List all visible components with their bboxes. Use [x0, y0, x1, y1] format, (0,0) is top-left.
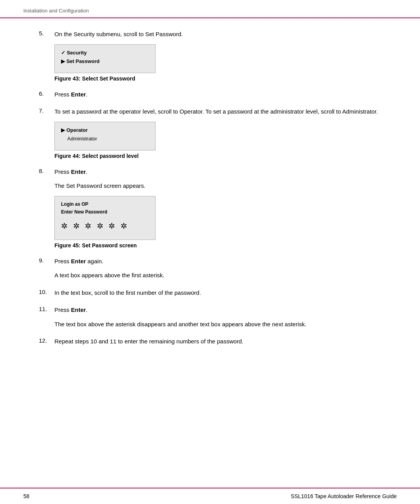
step-9-bold: Enter	[71, 258, 86, 264]
figure-43-caption: Figure 43: Select Set Password	[54, 75, 381, 82]
step-11-subtext: The text box above the asterisk disappea…	[54, 320, 381, 329]
step-12-line: 12. Repeat steps 10 and 11 to enter the …	[39, 337, 381, 346]
step-8-bold: Enter	[71, 168, 86, 175]
breadcrumb: Installation and Configuration	[23, 8, 89, 14]
figure-43-screen: Security Set Password	[54, 44, 156, 73]
step-6-number: 6.	[39, 90, 54, 97]
screen-asterisks: ✲ ✲ ✲ ✲ ✲ ✲	[61, 219, 149, 233]
step-11-block: 11. Press Enter. The text box above the …	[39, 306, 381, 329]
step-9-number: 9.	[39, 257, 54, 264]
step-7-text: To set a password at the operator level,…	[54, 107, 378, 116]
step-7-number: 7.	[39, 107, 54, 114]
step-12-text: Repeat steps 10 and 11 to enter the rema…	[54, 337, 243, 346]
step-12-block: 12. Repeat steps 10 and 11 to enter the …	[39, 337, 381, 346]
step-9-block: 9. Press Enter again. A text box appears…	[39, 257, 381, 280]
step-8-subtext: The Set Password screen appears.	[54, 182, 381, 191]
step-10-text: In the text box, scroll to the first num…	[54, 289, 201, 298]
step-8-text: Press Enter.	[54, 168, 88, 177]
step-10-number: 10.	[39, 289, 54, 295]
screen-operator-label: Operator	[61, 126, 149, 135]
screen-setpassword-label: Set Password	[61, 57, 149, 66]
figure-44-screen: Operator Administrator	[54, 122, 156, 150]
step-5-text: On the Security submenu, scroll to Set P…	[54, 30, 183, 39]
step-10-line: 10. In the text box, scroll to the first…	[39, 289, 381, 298]
step-5-line: 5. On the Security submenu, scroll to Se…	[39, 30, 381, 39]
step-9-subtext: A text box appears above the first aster…	[54, 271, 381, 280]
screen-enterpw-label: Enter New Password	[61, 208, 149, 216]
step-6-block: 6. Press Enter.	[39, 90, 381, 99]
step-7-block: 7. To set a password at the operator lev…	[39, 107, 381, 159]
step-8-number: 8.	[39, 168, 54, 174]
step-12-number: 12.	[39, 337, 54, 344]
step-9-line: 9. Press Enter again.	[39, 257, 381, 266]
step-8-block: 8. Press Enter. The Set Password screen …	[39, 168, 381, 248]
step-11-line: 11. Press Enter.	[39, 306, 381, 315]
step-6-line: 6. Press Enter.	[39, 90, 381, 99]
step-6-text: Press Enter.	[54, 90, 88, 99]
page-header: Installation and Configuration	[0, 0, 420, 18]
step-5-number: 5.	[39, 30, 54, 37]
step-6-bold: Enter	[71, 91, 86, 98]
main-content: 5. On the Security submenu, scroll to Se…	[0, 18, 420, 488]
step-11-bold: Enter	[71, 306, 86, 313]
figure-45-screen: Login as OP Enter New Password ✲ ✲ ✲ ✲ ✲…	[54, 196, 156, 240]
step-10-block: 10. In the text box, scroll to the first…	[39, 289, 381, 298]
step-8-line: 8. Press Enter.	[39, 168, 381, 177]
page-footer: 58 SSL1016 Tape Autoloader Reference Gui…	[0, 488, 420, 504]
footer-document-title: SSL1016 Tape Autoloader Reference Guide	[291, 493, 397, 499]
figure-44-caption: Figure 44: Select password level	[54, 153, 381, 159]
footer-page-number: 58	[23, 493, 30, 499]
screen-security-label: Security	[61, 49, 149, 57]
step-9-text: Press Enter again.	[54, 257, 103, 266]
page: Installation and Configuration 5. On the…	[0, 0, 420, 504]
screen-login-label: Login as OP	[61, 200, 149, 208]
screen-administrator-label: Administrator	[61, 135, 149, 143]
figure-45-caption: Figure 45: Set Password screen	[54, 242, 381, 248]
step-5-block: 5. On the Security submenu, scroll to Se…	[39, 30, 381, 82]
step-7-line: 7. To set a password at the operator lev…	[39, 107, 381, 116]
step-11-text: Press Enter.	[54, 306, 88, 315]
step-11-number: 11.	[39, 306, 54, 312]
